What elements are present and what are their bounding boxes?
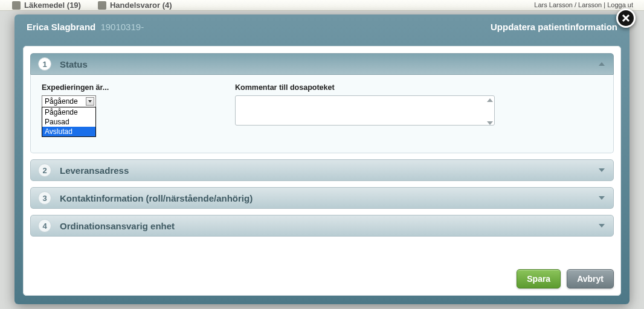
expediering-label: Expedieringen är...: [42, 83, 211, 92]
section-number: 3: [38, 191, 51, 205]
dialog-header: Erica Slagbrand 19010319- Uppdatera pati…: [14, 14, 630, 39]
section-header-ordinating-unit[interactable]: 4 Ordinationsansvarig enhet: [30, 215, 614, 237]
section-title: Leveransadress: [60, 165, 129, 176]
section-title: Kontaktinformation (roll/närstående/anhö…: [60, 193, 253, 203]
chevron-up-icon: [599, 62, 605, 66]
box-icon: [98, 1, 106, 10]
section-title: Ordinationsansvarig enhet: [60, 221, 175, 231]
section-header-status[interactable]: 1 Status: [30, 53, 614, 75]
expediering-select[interactable]: Pågående: [42, 95, 96, 107]
dialog-title: Uppdatera patientinformation: [491, 22, 617, 32]
comment-field: Kommentar till dosapoteket: [235, 83, 602, 128]
close-button[interactable]: [616, 8, 636, 28]
section-delivery: 2 Leveransadress: [30, 159, 614, 181]
modal-dialog: Erica Slagbrand 19010319- Uppdatera pati…: [14, 14, 630, 304]
comment-label: Kommentar till dosapoteket: [235, 83, 602, 92]
bg-tab-label: Handelsvaror (4): [110, 1, 172, 10]
section-header-contact[interactable]: 3 Kontaktinformation (roll/närstående/an…: [30, 187, 614, 209]
section-number: 2: [38, 164, 51, 177]
status-panel: Expedieringen är... Pågående Pågående Pa…: [30, 75, 614, 153]
cancel-button[interactable]: Avbryt: [567, 269, 614, 288]
pill-icon: [12, 1, 21, 10]
chevron-down-icon: [86, 97, 94, 106]
section-contact: 3 Kontaktinformation (roll/närstående/an…: [30, 187, 614, 209]
chevron-down-icon: [599, 196, 605, 200]
section-number: 4: [38, 219, 51, 232]
bg-user-info: Lars Larsson / Larsson | Logga ut: [534, 1, 633, 8]
section-ordinating-unit: 4 Ordinationsansvarig enhet: [30, 215, 614, 237]
section-number: 1: [38, 57, 51, 71]
dialog-body: 1 Status Expedieringen är... Pågående På…: [23, 46, 621, 296]
expediering-field: Expedieringen är... Pågående Pågående Pa…: [42, 83, 211, 137]
chevron-down-icon: [599, 224, 605, 228]
scroll-up-icon[interactable]: [487, 98, 493, 102]
comment-textarea[interactable]: [235, 95, 495, 126]
patient-name: Erica Slagbrand: [27, 22, 95, 32]
patient-ssn: 19010319-: [100, 22, 144, 32]
option-avslutad[interactable]: Avslutad: [42, 127, 95, 136]
scroll-down-icon[interactable]: [487, 121, 493, 125]
select-value: Pågående: [45, 97, 78, 106]
section-header-delivery[interactable]: 2 Leveransadress: [30, 159, 614, 181]
bg-tab-medications: Läkemedel (19): [12, 1, 81, 10]
section-status: 1 Status Expedieringen är... Pågående På…: [30, 53, 614, 153]
option-pagaende[interactable]: Pågående: [42, 107, 95, 117]
dialog-buttons: Spara Avbryt: [517, 269, 614, 288]
close-icon: [622, 14, 630, 22]
chevron-down-icon: [599, 168, 605, 172]
option-pausad[interactable]: Pausad: [42, 117, 95, 127]
bg-tab-goods: Handelsvaror (4): [98, 1, 172, 10]
expediering-options: Pågående Pausad Avslutad: [42, 107, 96, 137]
bg-tab-label: Läkemedel (19): [24, 1, 81, 10]
save-button[interactable]: Spara: [517, 269, 561, 288]
patient-identity: Erica Slagbrand 19010319-: [27, 22, 144, 32]
section-title: Status: [60, 59, 88, 69]
